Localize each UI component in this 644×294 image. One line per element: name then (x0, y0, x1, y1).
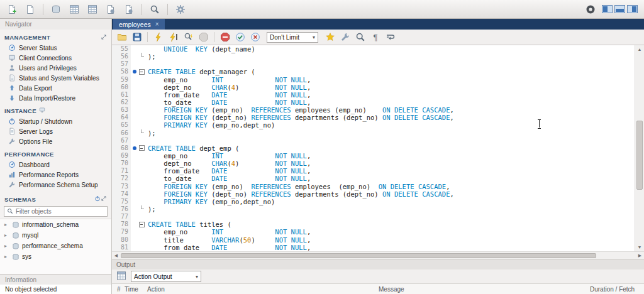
schema-item-information-schema[interactable]: ▸information_schema (0, 219, 111, 230)
fold-collapse-icon[interactable] (139, 145, 145, 151)
sidebar-item-label: Status and System Variables (19, 75, 99, 82)
expand-arrow-icon[interactable]: ▸ (4, 254, 9, 259)
new-view-icon[interactable] (84, 2, 101, 17)
marker-gutter (131, 45, 138, 53)
schema-refresh-icon[interactable] (94, 195, 101, 203)
line-number: 67 (112, 137, 131, 144)
toggle-output-area-icon[interactable] (614, 5, 625, 13)
fold-collapse-icon[interactable] (139, 222, 145, 227)
main-area: employees × Don't Limit ▾ 55 UNIQUE KEY … (112, 19, 644, 294)
commit-transaction-icon[interactable] (233, 31, 247, 43)
sidebar-item-performance-reports[interactable]: Performance Reports (0, 170, 111, 180)
schema-item-sys[interactable]: ▸sys (0, 251, 111, 262)
wrap-text-icon[interactable] (384, 31, 397, 43)
sidebar-item-dashboard[interactable]: Dashboard (0, 160, 111, 170)
expand-arrow-icon[interactable]: ▸ (4, 243, 9, 249)
output-column-message: Message (379, 286, 590, 293)
limit-rows-dropdown[interactable]: Don't Limit ▾ (267, 32, 318, 43)
toggle-secondary-sidebar-icon[interactable] (627, 5, 638, 13)
scroll-right-icon[interactable]: ▶ (636, 252, 644, 259)
scroll-down-icon[interactable]: ▼ (635, 243, 644, 251)
toolbar-separator (142, 4, 142, 15)
schema-item-performance-schema[interactable]: ▸performance_schema (0, 241, 111, 251)
line-number: 81 (112, 244, 131, 251)
explain-statement-icon[interactable] (182, 31, 195, 43)
reconnect-server-icon[interactable] (172, 2, 189, 17)
status-badge-icon[interactable] (582, 2, 599, 17)
invisible-characters-icon[interactable] (369, 31, 382, 43)
sidebar-item-status-and-system-variables[interactable]: Status and System Variables (0, 73, 111, 83)
expand-arrow-icon[interactable]: ▸ (4, 232, 9, 238)
new-table-icon[interactable] (66, 2, 82, 17)
sidebar-item-performance-schema-setup[interactable]: Performance Schema Setup (0, 180, 111, 190)
code-text: PRIMARY KEY (emp_no,dept_no) (145, 198, 275, 205)
new-routine-icon[interactable] (103, 2, 119, 17)
vertical-scroll-thumb[interactable] (636, 121, 643, 190)
new-schema-icon[interactable] (48, 2, 64, 17)
collapse-panel-icon[interactable] (101, 34, 107, 40)
code-text: CREATE TABLE dept_manager ( (145, 68, 255, 75)
expand-arrow-icon[interactable]: ▸ (4, 222, 9, 227)
marker-gutter (131, 167, 138, 175)
section-header-management: MANAGEMENT (0, 31, 111, 43)
code-text: emp_no INT NOT NULL, (145, 228, 311, 236)
save-script-icon[interactable] (130, 31, 143, 43)
tab-employees[interactable]: employees × (113, 19, 165, 30)
sidebar-item-data-import-restore[interactable]: Data Import/Restore (0, 93, 111, 103)
scroll-left-icon[interactable]: ◀ (112, 252, 120, 259)
new-sql-tab-icon[interactable] (4, 2, 20, 17)
marker-gutter (131, 190, 138, 198)
line-number: 58 (112, 68, 131, 75)
schema-filter-input[interactable] (16, 208, 104, 215)
line-number: 56 (112, 53, 131, 60)
output-toolbar: Action Output ▾ (112, 270, 644, 283)
open-sql-script-icon[interactable] (22, 2, 38, 17)
horizontal-scrollbar[interactable]: ◀ ▶ (112, 251, 644, 259)
sidebar-item-startup-shutdown[interactable]: Startup / Shutdown (0, 116, 111, 126)
action-output-dropdown[interactable]: Action Output ▾ (131, 271, 201, 282)
marker-gutter (131, 91, 138, 99)
toggle-left-sidebar-icon[interactable] (602, 5, 613, 13)
users-and-privileges-icon (8, 64, 16, 72)
code-text (145, 137, 148, 144)
marker-gutter (131, 228, 138, 236)
tab-close-icon[interactable]: × (155, 21, 159, 28)
save-snippet-icon[interactable] (323, 31, 336, 43)
stop-execution-icon[interactable] (197, 31, 210, 43)
scroll-up-icon[interactable]: ▲ (635, 45, 644, 53)
sidebar-item-options-file[interactable]: Options File (0, 136, 111, 146)
find-search-icon[interactable] (353, 31, 367, 43)
execute-script-icon[interactable] (152, 31, 165, 43)
status-and-system-variables-icon (8, 74, 16, 82)
execute-statement-icon[interactable] (167, 31, 180, 43)
line-number: 57 (112, 60, 131, 68)
main-toolbar-icons (4, 2, 189, 17)
search-table-data-icon[interactable] (147, 2, 163, 17)
marker-gutter (131, 213, 138, 220)
schemas-expand-icon[interactable] (101, 195, 107, 203)
code-text: title VARCHAR(50) NOT NULL, (145, 236, 311, 244)
open-script-icon[interactable] (115, 31, 128, 43)
marker-gutter (131, 99, 138, 106)
horizontal-scroll-thumb[interactable] (121, 253, 596, 258)
schema-item-mysql[interactable]: ▸mysql (0, 230, 111, 241)
marker-gutter (131, 175, 138, 182)
section-label: INSTANCE (4, 107, 36, 114)
new-function-icon[interactable] (121, 2, 137, 17)
sql-editor[interactable]: 55 UNIQUE KEY (dept_name)56);5758CREATE … (112, 45, 635, 251)
sidebar-item-server-logs[interactable]: Server Logs (0, 126, 111, 136)
startup-shutdown-icon (8, 117, 16, 125)
sidebar-item-data-export[interactable]: Data Export (0, 83, 111, 93)
sidebar-item-client-connections[interactable]: Client Connections (0, 53, 111, 63)
fold-gutter (138, 99, 145, 106)
beautify-script-icon[interactable] (338, 31, 352, 43)
sidebar-item-server-status[interactable]: Server Status (0, 43, 111, 53)
output-view-icon[interactable] (116, 271, 126, 282)
sidebar-item-users-and-privileges[interactable]: Users and Privileges (0, 63, 111, 73)
fold-collapse-icon[interactable] (139, 69, 145, 75)
rollback-transaction-icon[interactable] (248, 31, 262, 43)
information-panel-title: Information (0, 275, 111, 285)
database-icon (12, 221, 19, 229)
vertical-scrollbar[interactable]: ▲ ▼ (635, 45, 644, 251)
toggle-stop-on-error-icon[interactable] (218, 31, 231, 43)
